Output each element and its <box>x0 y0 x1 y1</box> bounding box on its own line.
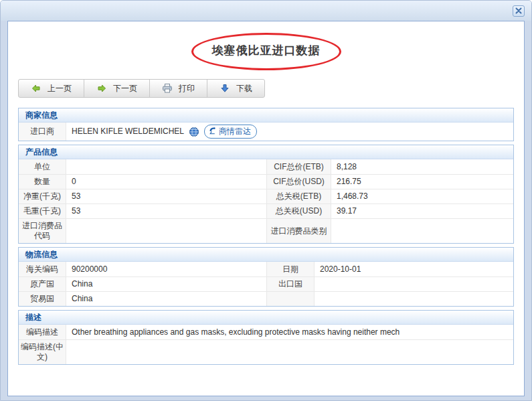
field-value: China <box>66 291 267 306</box>
table-row: 编码描述(中文) <box>19 339 513 364</box>
field-label: 出口国 <box>266 276 315 291</box>
field-label: 毛重(千克) <box>19 204 66 218</box>
section-description: 描述 编码描述 Other breathing appliances and g… <box>18 310 514 365</box>
section-header: 商家信息 <box>19 108 513 123</box>
globe-icon[interactable] <box>189 127 199 137</box>
dialog-content: 埃塞俄比亚进口数据 上一页 下一页 <box>7 21 525 396</box>
field-label: 净重(千克) <box>19 189 66 204</box>
field-value <box>66 339 513 364</box>
field-label: 总关税(USD) <box>266 204 331 218</box>
field-label: 贸易国 <box>19 291 66 306</box>
toolbar: 上一页 下一页 打印 <box>18 79 265 98</box>
printer-icon <box>162 83 173 94</box>
field-value: 39.17 <box>331 204 513 218</box>
field-value: 53 <box>66 189 267 204</box>
field-label: CIF总价(USD) <box>266 174 331 189</box>
section-merchant-info: 商家信息 进口商 HELEN KIFLE WELDEMICHEL <box>18 108 514 141</box>
download-label: 下载 <box>236 83 252 94</box>
prev-arrow-icon <box>31 83 41 94</box>
field-label: 原产国 <box>19 276 66 291</box>
section-header: 产品信息 <box>19 145 513 159</box>
table-row: 贸易国 China <box>19 291 513 306</box>
download-button[interactable]: 下载 <box>207 80 264 97</box>
close-button[interactable] <box>513 5 525 17</box>
field-value <box>315 291 513 306</box>
field-label: CIF总价(ETB) <box>266 159 331 174</box>
field-label: 总关税(ETB) <box>266 189 331 204</box>
title-area: 埃塞俄比亚进口数据 <box>8 21 524 79</box>
prev-page-label: 上一页 <box>48 83 72 94</box>
table-row: 毛重(千克) 53 总关税(USD) 39.17 <box>19 204 513 218</box>
field-value: 2020-10-01 <box>315 262 513 276</box>
field-label: 进口商 <box>19 123 66 141</box>
field-value: 1,468.73 <box>331 189 513 204</box>
field-label: 进口消费品代码 <box>19 218 66 243</box>
download-arrow-icon <box>219 83 230 94</box>
table-row: 单位 CIF总价(ETB) 8,128 <box>19 159 513 174</box>
field-label <box>266 291 315 306</box>
table-row: 进口商 HELEN KIFLE WELDEMICHEL <box>19 123 513 141</box>
table-row: 海关编码 90200000 日期 2020-10-01 <box>19 262 513 276</box>
field-value: 53 <box>66 204 267 218</box>
field-value: 216.75 <box>331 174 513 189</box>
prev-page-button[interactable]: 上一页 <box>19 80 84 97</box>
field-value: 8,128 <box>331 159 513 174</box>
table-row: 数量 0 CIF总价(USD) 216.75 <box>19 174 513 189</box>
field-value: 0 <box>66 174 267 189</box>
field-value <box>331 218 513 243</box>
field-label: 编码描述(中文) <box>19 339 66 364</box>
field-value: China <box>66 276 267 291</box>
field-label: 日期 <box>266 262 315 276</box>
table-row: 编码描述 Other breathing appliances and gas … <box>19 325 513 339</box>
field-value <box>66 159 267 174</box>
field-label: 数量 <box>19 174 66 189</box>
table-row: 进口消费品代码 进口消费品类别 <box>19 218 513 243</box>
field-value: Other breathing appliances and gas masks… <box>66 325 513 339</box>
field-label: 单位 <box>19 159 66 174</box>
dialog-titlebar <box>1 1 531 21</box>
field-value: HELEN KIFLE WELDEMICHEL <box>66 123 513 141</box>
table-row: 原产国 China 出口国 <box>19 276 513 291</box>
section-product-info: 产品信息 单位 CIF总价(ETB) 8,128 数量 0 CIF总价(USD)… <box>18 145 514 244</box>
table-row: 净重(千克) 53 总关税(ETB) 1,468.73 <box>19 189 513 204</box>
print-label: 打印 <box>179 83 195 94</box>
field-value <box>315 276 513 291</box>
section-header: 物流信息 <box>19 248 513 262</box>
field-label: 进口消费品类别 <box>266 218 331 243</box>
dialog-window: 埃塞俄比亚进口数据 上一页 下一页 <box>0 0 532 401</box>
radar-icon <box>208 126 217 137</box>
section-logistics-info: 物流信息 海关编码 90200000 日期 2020-10-01 原产国 Chi… <box>18 247 514 307</box>
page-title: 埃塞俄比亚进口数据 <box>212 43 321 58</box>
business-radar-label: 商情雷达 <box>219 127 251 137</box>
field-label: 编码描述 <box>19 325 66 339</box>
section-header: 描述 <box>19 311 513 325</box>
close-icon <box>515 7 522 16</box>
next-arrow-icon <box>96 83 107 94</box>
field-value: 90200000 <box>66 262 267 276</box>
next-page-label: 下一页 <box>113 83 137 94</box>
print-button[interactable]: 打印 <box>149 80 207 97</box>
next-page-button[interactable]: 下一页 <box>84 80 149 97</box>
field-label: 海关编码 <box>19 262 66 276</box>
importer-name: HELEN KIFLE WELDEMICHEL <box>72 127 184 137</box>
field-value <box>66 218 267 243</box>
business-radar-button[interactable]: 商情雷达 <box>204 125 257 139</box>
